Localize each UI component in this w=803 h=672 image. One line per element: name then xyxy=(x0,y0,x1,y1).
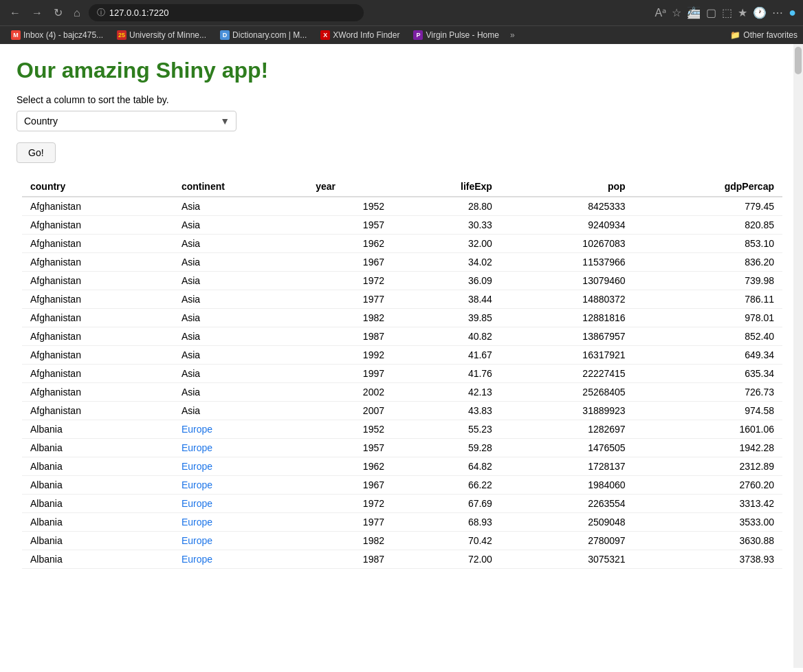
cell-gdpPercap: 786.11 xyxy=(634,290,782,309)
bookmark-university[interactable]: 25 University of Minne... xyxy=(111,29,212,41)
address-bar[interactable]: ⓘ 127.0.0.1:7220 xyxy=(89,4,364,21)
table-row: AlbaniaEurope195759.2814765051942.28 xyxy=(22,439,782,457)
home-button[interactable]: ⌂ xyxy=(71,6,83,21)
cell-lifeExp: 32.00 xyxy=(393,235,500,253)
bookmark-virgin[interactable]: P Virgin Pulse - Home xyxy=(408,29,505,41)
table-body: AfghanistanAsia195228.808425333779.45Afg… xyxy=(22,197,782,569)
cell-country: Albania xyxy=(22,513,173,532)
cell-year: 1972 xyxy=(307,495,393,513)
col-header-continent: continent xyxy=(173,177,307,197)
gmail-icon: M xyxy=(11,30,21,40)
cell-lifeExp: 64.82 xyxy=(393,457,500,476)
cell-lifeExp: 40.82 xyxy=(393,327,500,346)
cell-year: 1962 xyxy=(307,235,393,253)
table-row: AlbaniaEurope195255.2312826971601.06 xyxy=(22,420,782,439)
bookmarks-more-button[interactable]: » xyxy=(507,29,518,41)
cell-continent: Europe xyxy=(173,532,307,550)
cell-continent: Asia xyxy=(173,383,307,402)
go-button[interactable]: Go! xyxy=(16,142,56,163)
cell-lifeExp: 30.33 xyxy=(393,216,500,235)
cell-year: 2002 xyxy=(307,383,393,402)
col-header-lifeexp: lifeExp xyxy=(393,177,500,197)
back-button[interactable]: ← xyxy=(7,6,23,21)
star-icon[interactable]: ☆ xyxy=(672,6,681,19)
cell-country: Albania xyxy=(22,495,173,513)
table-row: AfghanistanAsia200743.8331889923974.58 xyxy=(22,402,782,420)
tab-icon[interactable]: ▢ xyxy=(706,6,716,19)
scrollbar-thumb[interactable] xyxy=(795,47,802,74)
favorites-icon[interactable]: ★ xyxy=(738,6,747,19)
cell-lifeExp: 34.02 xyxy=(393,253,500,272)
cell-pop: 1282697 xyxy=(500,420,634,439)
cell-pop: 14880372 xyxy=(500,290,634,309)
bookmark-inbox[interactable]: M Inbox (4) - bajcz475... xyxy=(6,29,109,41)
cell-gdpPercap: 3630.88 xyxy=(634,532,782,550)
cell-continent: Asia xyxy=(173,216,307,235)
more-icon[interactable]: ⋯ xyxy=(772,6,783,19)
cell-country: Albania xyxy=(22,420,173,439)
other-favorites[interactable]: 📁 Other favorites xyxy=(730,30,798,40)
cell-year: 1982 xyxy=(307,309,393,327)
cell-continent: Asia xyxy=(173,290,307,309)
cell-year: 1952 xyxy=(307,197,393,216)
extensions-icon[interactable]: 🚈 xyxy=(687,6,701,19)
cell-pop: 1476505 xyxy=(500,439,634,457)
bookmark-xword[interactable]: X XWord Info Finder xyxy=(315,29,405,41)
bookmark-dictionary-label: Dictionary.com | M... xyxy=(232,30,307,40)
bookmark-inbox-label: Inbox (4) - bajcz475... xyxy=(23,30,103,40)
cell-gdpPercap: 1942.28 xyxy=(634,439,782,457)
cell-lifeExp: 72.00 xyxy=(393,550,500,569)
history-icon[interactable]: 🕐 xyxy=(753,6,767,19)
split-icon[interactable]: ⬚ xyxy=(722,6,732,19)
cell-lifeExp: 41.67 xyxy=(393,346,500,365)
table-row: AfghanistanAsia197236.0913079460739.98 xyxy=(22,272,782,290)
cell-pop: 1984060 xyxy=(500,476,634,495)
cell-continent: Europe xyxy=(173,457,307,476)
cell-gdpPercap: 1601.06 xyxy=(634,420,782,439)
bookmarks-bar: M Inbox (4) - bajcz475... 25 University … xyxy=(0,25,803,44)
cell-pop: 10267083 xyxy=(500,235,634,253)
profile-icon[interactable]: ● xyxy=(789,6,796,20)
reload-button[interactable]: ↻ xyxy=(51,5,65,21)
cell-gdpPercap: 649.34 xyxy=(634,346,782,365)
cell-country: Afghanistan xyxy=(22,309,173,327)
table-row: AfghanistanAsia196232.0010267083853.10 xyxy=(22,235,782,253)
cell-continent: Asia xyxy=(173,253,307,272)
column-select[interactable]: Country Continent Year Life Expectancy P… xyxy=(16,111,236,131)
cell-pop: 22227415 xyxy=(500,365,634,383)
cell-lifeExp: 41.76 xyxy=(393,365,500,383)
cell-pop: 13079460 xyxy=(500,272,634,290)
table-row: AfghanistanAsia196734.0211537966836.20 xyxy=(22,253,782,272)
cell-gdpPercap: 739.98 xyxy=(634,272,782,290)
bookmark-dictionary[interactable]: D Dictionary.com | M... xyxy=(214,29,312,41)
cell-year: 1982 xyxy=(307,532,393,550)
col-header-gdppercap: gdpPercap xyxy=(634,177,782,197)
cell-pop: 2509048 xyxy=(500,513,634,532)
table-row: AfghanistanAsia199741.7622227415635.34 xyxy=(22,365,782,383)
university-icon: 25 xyxy=(117,30,126,40)
cell-gdpPercap: 852.40 xyxy=(634,327,782,346)
folder-icon: 📁 xyxy=(730,30,740,40)
cell-pop: 25268405 xyxy=(500,383,634,402)
virgin-icon: P xyxy=(413,30,423,40)
cell-country: Albania xyxy=(22,476,173,495)
cell-country: Afghanistan xyxy=(22,197,173,216)
cell-continent: Asia xyxy=(173,272,307,290)
cell-year: 1962 xyxy=(307,457,393,476)
bookmark-virgin-label: Virgin Pulse - Home xyxy=(426,30,499,40)
forward-button[interactable]: → xyxy=(29,6,45,21)
cell-continent: Europe xyxy=(173,439,307,457)
scrollbar-track[interactable] xyxy=(793,44,803,668)
cell-gdpPercap: 820.85 xyxy=(634,216,782,235)
cell-continent: Asia xyxy=(173,402,307,420)
cell-lifeExp: 42.13 xyxy=(393,383,500,402)
col-header-country: country xyxy=(22,177,173,197)
bookmark-xword-label: XWord Info Finder xyxy=(333,30,399,40)
cell-year: 1977 xyxy=(307,513,393,532)
cell-year: 1972 xyxy=(307,272,393,290)
cell-year: 1952 xyxy=(307,420,393,439)
column-select-wrapper: Country Continent Year Life Expectancy P… xyxy=(16,111,236,131)
text-options-icon[interactable]: Aᵃ xyxy=(654,6,666,19)
cell-pop: 31889923 xyxy=(500,402,634,420)
cell-country: Afghanistan xyxy=(22,327,173,346)
